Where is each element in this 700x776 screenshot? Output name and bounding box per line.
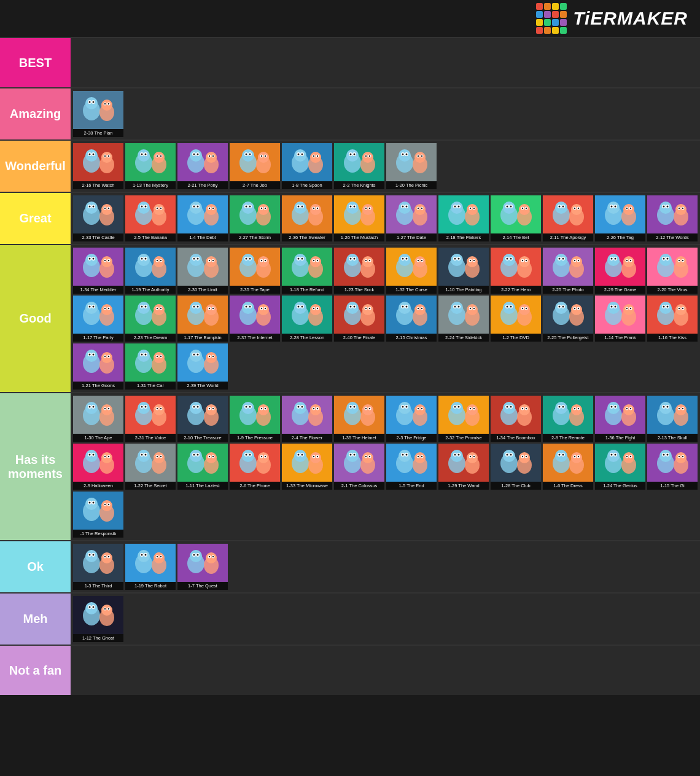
tier-item[interactable]: 1-14 The Prank: [595, 296, 645, 342]
tier-item[interactable]: 1-9 The Pressure: [230, 396, 280, 442]
tier-item[interactable]: 1-7 The Quest: [177, 544, 228, 590]
svg-point-643: [197, 406, 199, 408]
tier-item[interactable]: 1-2 The DVD: [491, 296, 541, 342]
tier-content-hasmoments: 1-30 The Ape 2-31 The Voice 2-10 The Tre…: [71, 393, 700, 540]
tier-item[interactable]: 2-3 The Fridge: [386, 396, 437, 442]
tier-item[interactable]: 1-19 The Robot: [125, 544, 176, 590]
tier-item[interactable]: 2-40 The Finale: [334, 296, 384, 342]
tier-item[interactable]: 1-31 The Car: [125, 343, 176, 390]
tier-item[interactable]: 2-39 The World: [177, 343, 228, 390]
tier-item[interactable]: 2-11 The Apology: [543, 195, 593, 241]
tier-item[interactable]: 2-8 The Remote: [543, 396, 593, 442]
tier-item[interactable]: 2-30 The Limit: [177, 248, 228, 294]
svg-point-305: [249, 258, 251, 260]
tier-item[interactable]: 1-34 The Meddler: [73, 248, 123, 294]
tier-item[interactable]: 2-12 The Words: [647, 195, 698, 241]
svg-point-496: [399, 302, 411, 314]
tier-item[interactable]: 2-23 The Dream: [125, 296, 176, 342]
tier-item[interactable]: 2-35 The Tape: [230, 248, 280, 294]
tier-item[interactable]: -1 The Responsib: [73, 492, 123, 538]
tier-label-best: BEST: [0, 38, 71, 87]
tier-item[interactable]: 1-17 The Party: [73, 296, 123, 342]
tier-item[interactable]: 1-33 The Microwave: [282, 444, 332, 490]
tier-item[interactable]: 2-16 The Watch: [73, 143, 123, 189]
tier-item[interactable]: 1-30 The Ape: [73, 396, 123, 442]
tier-list: BESTAmazing 2-38 The PlanWonderful 2-16 …: [0, 37, 700, 695]
tier-item-thumb: [647, 248, 698, 286]
tier-item[interactable]: 2-25 The Photo: [543, 248, 593, 294]
tier-item[interactable]: 1-24 The Genius: [595, 444, 645, 490]
svg-point-522: [503, 302, 515, 314]
tier-item[interactable]: 2-5 The Banana: [125, 195, 176, 241]
tier-item[interactable]: 2-13 The Skull: [647, 396, 698, 442]
tier-item[interactable]: 2-6 The Phone: [230, 444, 280, 490]
tier-item-thumb: [125, 396, 176, 434]
tier-item[interactable]: 1-11 The Laziest: [177, 444, 228, 490]
tier-item[interactable]: 2-32 The Promise: [438, 396, 489, 442]
svg-point-694: [402, 406, 404, 408]
tier-item[interactable]: 1-34 The Boombox: [491, 396, 541, 442]
tier-item[interactable]: 2-4 The Flower: [282, 396, 332, 442]
tier-item[interactable]: 2-1 The Colossus: [334, 444, 384, 490]
tier-item-label: 1-19 The Authority: [125, 286, 176, 294]
tier-item[interactable]: 1-18 The Refund: [282, 248, 332, 294]
tier-item[interactable]: 1-32 The Curse: [386, 248, 437, 294]
tier-item[interactable]: 1-17 The Bumpkin: [177, 296, 228, 342]
tier-item[interactable]: 1-19 The Authority: [125, 248, 176, 294]
svg-point-902: [611, 454, 613, 456]
tier-item[interactable]: 1-26 The Mustach: [334, 195, 384, 241]
tier-item[interactable]: 2-9 Halloween: [73, 444, 123, 490]
tier-item-thumb: [438, 195, 489, 233]
tier-item[interactable]: 1-6 The Dress: [543, 444, 593, 490]
tier-item[interactable]: 1-20 The Picnic: [386, 143, 437, 189]
tier-item[interactable]: 1-35 The Helmet: [334, 396, 384, 442]
tier-item[interactable]: 2-38 The Plan: [73, 91, 123, 137]
tier-item[interactable]: 2-27 The Storm: [230, 195, 280, 241]
tier-item-thumb: [177, 343, 228, 382]
svg-point-44: [193, 154, 195, 155]
tier-item[interactable]: 1-28 The Club: [491, 444, 541, 490]
tier-item[interactable]: 1-15 The Gi: [647, 444, 698, 490]
tier-item[interactable]: 2-14 The Bet: [491, 195, 541, 241]
tier-item[interactable]: 2-10 The Treasure: [177, 396, 228, 442]
tier-item[interactable]: 1-10 The Painting: [438, 248, 489, 294]
svg-point-229: [571, 204, 582, 215]
tier-item[interactable]: 2-26 The Tag: [595, 195, 645, 241]
tier-item[interactable]: 1-5 The End: [386, 444, 437, 490]
svg-point-317: [298, 258, 300, 260]
tier-item[interactable]: 2-22 The Hero: [491, 248, 541, 294]
tier-item-label: 1-15 The Gi: [647, 482, 698, 490]
tier-item[interactable]: 2-31 The Voice: [125, 396, 176, 442]
tier-item[interactable]: 1-29 The Wand: [438, 444, 489, 490]
svg-point-931: [101, 500, 112, 511]
tier-item[interactable]: 2-33 The Castle: [73, 195, 123, 241]
tier-item[interactable]: 2-36 The Sweater: [282, 195, 332, 241]
tier-item[interactable]: 1-27 The Date: [386, 195, 437, 241]
tier-item[interactable]: 1-16 The Kiss: [647, 296, 698, 342]
tier-item[interactable]: 2-7 The Job: [230, 143, 280, 189]
tier-item[interactable]: 2-28 The Lesson: [282, 296, 332, 342]
svg-point-892: [571, 452, 582, 463]
tier-item-label: 2-18 The Flakers: [438, 233, 489, 241]
tier-item[interactable]: 2-24 The Sidekick: [438, 296, 489, 342]
tier-item[interactable]: 2-25 The Poltergeist: [543, 296, 593, 342]
tier-item[interactable]: 2-21 The Pony: [177, 143, 228, 189]
tier-item[interactable]: 1-36 The Fight: [595, 396, 645, 442]
tier-item[interactable]: 1-12 The Ghost: [73, 596, 123, 642]
tier-item[interactable]: 2-20 The Virus: [647, 248, 698, 294]
tier-item[interactable]: 1-4 The Debt: [177, 195, 228, 241]
tier-item[interactable]: 1-23 The Sock: [334, 248, 384, 294]
tier-item[interactable]: 2-18 The Flakers: [438, 195, 489, 241]
tier-item[interactable]: 1-22 The Secret: [125, 444, 176, 490]
tier-item[interactable]: 2-37 The Internet: [230, 296, 280, 342]
svg-point-336: [365, 260, 367, 261]
tier-item[interactable]: 1-21 The Goons: [73, 343, 123, 390]
svg-point-331: [354, 258, 356, 260]
tier-item[interactable]: 2-2 The Knights: [334, 143, 384, 189]
tier-item[interactable]: 1-3 The Third: [73, 544, 123, 590]
tier-item[interactable]: 2-15 Christmas: [386, 296, 437, 342]
tier-item[interactable]: 2-29 The Game: [595, 248, 645, 294]
svg-point-847: [399, 450, 411, 462]
tier-item[interactable]: 1-8 The Spoon: [282, 143, 332, 189]
tier-item[interactable]: 1-13 The Mystery: [125, 143, 176, 189]
